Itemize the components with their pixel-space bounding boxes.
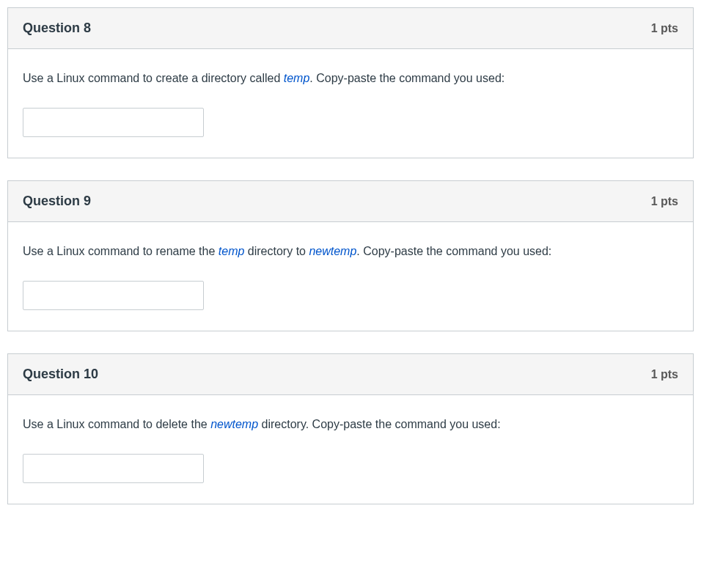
question-title: Question 9 bbox=[23, 191, 91, 211]
question-body: Use a Linux command to rename the temp d… bbox=[8, 222, 693, 331]
question-title: Question 10 bbox=[23, 364, 98, 384]
question-header: Question 8 1 pts bbox=[8, 8, 693, 49]
question-title: Question 8 bbox=[23, 18, 91, 38]
question-body: Use a Linux command to delete the newtem… bbox=[8, 395, 693, 504]
answer-input[interactable] bbox=[23, 108, 204, 137]
code-term: temp bbox=[219, 245, 245, 257]
code-term: temp bbox=[284, 72, 310, 84]
question-card-9: Question 9 1 pts Use a Linux command to … bbox=[7, 180, 694, 331]
prompt-text: Use a Linux command to create a director… bbox=[23, 72, 284, 84]
question-header: Question 9 1 pts bbox=[8, 181, 693, 222]
prompt-text: Use a Linux command to rename the bbox=[23, 245, 219, 257]
code-term: newtemp bbox=[309, 245, 356, 257]
prompt-text: Use a Linux command to delete the bbox=[23, 418, 210, 430]
answer-input[interactable] bbox=[23, 454, 204, 483]
question-card-8: Question 8 1 pts Use a Linux command to … bbox=[7, 7, 694, 158]
question-header: Question 10 1 pts bbox=[8, 354, 693, 395]
prompt-text: . Copy-paste the command you used: bbox=[309, 72, 504, 84]
answer-input[interactable] bbox=[23, 281, 204, 310]
question-body: Use a Linux command to create a director… bbox=[8, 49, 693, 158]
prompt-text: directory. Copy-paste the command you us… bbox=[258, 418, 501, 430]
question-card-10: Question 10 1 pts Use a Linux command to… bbox=[7, 353, 694, 504]
code-term: newtemp bbox=[210, 418, 258, 430]
question-points: 1 pts bbox=[651, 366, 678, 383]
prompt-text: directory to bbox=[244, 245, 309, 257]
question-points: 1 pts bbox=[651, 20, 678, 37]
question-prompt: Use a Linux command to create a director… bbox=[23, 70, 678, 87]
question-prompt: Use a Linux command to rename the temp d… bbox=[23, 243, 678, 260]
question-points: 1 pts bbox=[651, 193, 678, 210]
prompt-text: . Copy-paste the command you used: bbox=[356, 245, 551, 257]
question-prompt: Use a Linux command to delete the newtem… bbox=[23, 416, 678, 433]
